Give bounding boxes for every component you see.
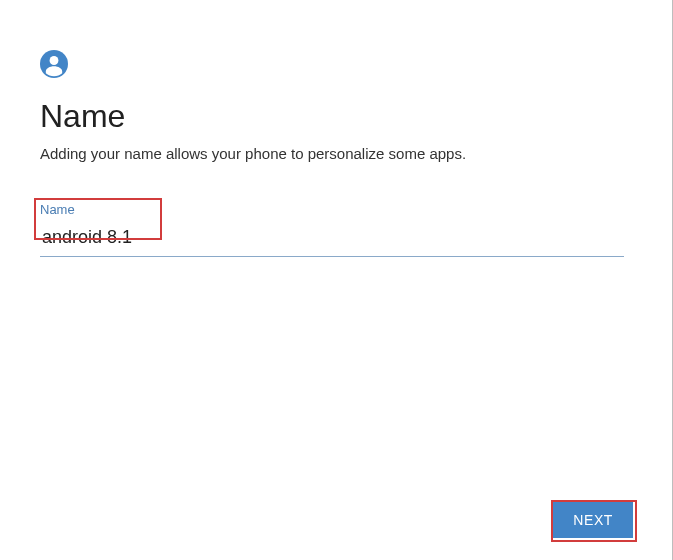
next-button[interactable]: NEXT xyxy=(553,502,633,538)
name-field-wrap: Name xyxy=(40,202,624,257)
svg-point-1 xyxy=(50,56,59,65)
person-icon xyxy=(40,50,68,78)
content-area: Name Adding your name allows your phone … xyxy=(0,0,664,257)
page-title: Name xyxy=(40,98,624,135)
name-input[interactable] xyxy=(40,221,624,257)
page-subtitle: Adding your name allows your phone to pe… xyxy=(40,145,624,162)
name-field-label: Name xyxy=(40,202,624,217)
setup-name-screen: Name Adding your name allows your phone … xyxy=(0,0,673,560)
